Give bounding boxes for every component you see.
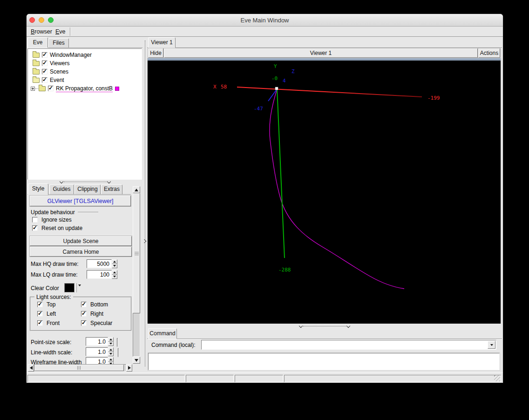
command-output[interactable]	[148, 353, 500, 370]
light-bottom-row[interactable]: Bottom	[81, 301, 108, 308]
reset-on-update-checkbox[interactable]	[32, 225, 38, 231]
ignore-sizes-row[interactable]: Ignore sizes	[32, 217, 72, 223]
folder-icon	[39, 86, 46, 91]
light-front-row[interactable]: Front	[37, 320, 60, 326]
tree-item-label[interactable]: WindowManager	[50, 52, 92, 58]
color-chip[interactable]	[115, 87, 119, 91]
spin-up-icon[interactable]	[108, 337, 114, 342]
light-bottom-checkbox[interactable]	[81, 302, 87, 307]
max-hq-label: Max HQ draw time:	[31, 261, 79, 267]
glviewer-button[interactable]: GLViewer [TGLSAViewer]	[30, 196, 131, 206]
light-front-checkbox[interactable]	[37, 320, 43, 326]
line-width-input[interactable]: 1.0	[86, 347, 108, 356]
light-right-checkbox[interactable]	[81, 311, 87, 317]
tree-item[interactable]: WindowManager	[33, 51, 92, 59]
tab-guides[interactable]: Guides	[49, 184, 74, 195]
max-lq-stepper[interactable]	[112, 270, 117, 279]
spin-down-icon[interactable]	[108, 352, 114, 357]
menu-eve[interactable]: Eve	[54, 28, 67, 35]
tree-checkbox[interactable]	[42, 61, 47, 66]
command-local-label: Command (local):	[151, 342, 196, 348]
clear-color-swatch[interactable]	[64, 283, 75, 292]
light-top-checkbox[interactable]	[37, 302, 43, 307]
light-left-checkbox[interactable]	[37, 311, 43, 317]
light-right-row[interactable]: Right	[81, 311, 103, 317]
tab-eve[interactable]: Eve	[27, 37, 48, 48]
spin-down-icon[interactable]	[108, 342, 114, 346]
point-size-checkbox[interactable]	[117, 338, 118, 347]
x-near-tick: 58	[221, 84, 227, 90]
tab-extras[interactable]: Extras	[101, 184, 122, 195]
scene-tree: WindowManager Viewers Scenes Event RK Pr…	[27, 48, 142, 180]
spin-down-icon[interactable]	[112, 275, 117, 279]
chevron-down-icon	[299, 324, 303, 328]
status-bar	[27, 373, 503, 383]
tree-item[interactable]: Event	[33, 76, 64, 84]
tree-checkbox[interactable]	[42, 69, 47, 75]
style-hscrollbar[interactable]	[27, 364, 133, 372]
panel-splitter[interactable]	[142, 37, 147, 373]
title-bar[interactable]: Eve Main Window	[27, 14, 503, 27]
ignore-sizes-checkbox[interactable]	[32, 217, 38, 223]
expand-plus-icon[interactable]	[31, 87, 35, 91]
command-dropdown-button[interactable]	[488, 341, 495, 349]
light-top-row[interactable]: Top	[37, 301, 55, 308]
max-lq-input[interactable]: 100	[87, 270, 112, 279]
tree-item-label[interactable]: Event	[50, 77, 64, 83]
line-width-stepper[interactable]	[108, 347, 114, 356]
folder-icon	[33, 61, 40, 66]
tree-item-label[interactable]: Scenes	[50, 68, 68, 75]
max-hq-input[interactable]: 5000	[87, 259, 112, 268]
reset-on-update-row[interactable]: Reset on update	[32, 225, 82, 231]
scroll-right-button[interactable]	[126, 364, 132, 372]
hscrollbar-thumb[interactable]	[34, 365, 124, 371]
spin-up-icon[interactable]	[108, 357, 114, 362]
max-hq-stepper[interactable]	[112, 259, 117, 268]
light-specular-row[interactable]: Specular	[81, 320, 112, 326]
update-scene-button[interactable]: Update Scene	[30, 236, 132, 246]
tree-item-label[interactable]: RK Propagator, constB	[56, 85, 113, 92]
tab-viewer-1[interactable]: Viewer 1	[148, 37, 176, 48]
update-behaviour-section: Update behaviour	[31, 209, 129, 216]
tree-item[interactable]: RK Propagator, constB	[31, 84, 119, 93]
spin-up-icon[interactable]	[112, 259, 117, 264]
viewer-title-bar[interactable]: Viewer 1	[164, 48, 478, 58]
chevron-down-icon	[346, 324, 350, 328]
actions-button[interactable]: Actions	[478, 48, 500, 58]
tree-item-label[interactable]: Viewers	[50, 60, 69, 67]
point-size-stepper[interactable]	[108, 337, 114, 346]
tree-checkbox[interactable]	[42, 77, 47, 83]
light-left-row[interactable]: Left	[37, 311, 56, 317]
spin-down-icon[interactable]	[112, 264, 117, 269]
splitter-dots	[145, 41, 145, 366]
z-axis-label: Z	[292, 68, 295, 75]
gl-viewport[interactable]: X 58 -199 Y -0 -288 Z 4 -47	[147, 58, 501, 324]
camera-home-button[interactable]: Camera Home	[30, 247, 132, 257]
tab-command[interactable]: Command	[148, 328, 177, 339]
tab-clipping[interactable]: Clipping	[75, 184, 101, 195]
spin-up-icon[interactable]	[108, 347, 114, 352]
vscrollbar-thumb[interactable]	[133, 193, 140, 313]
viewer-command-splitter[interactable]	[147, 324, 502, 328]
point-size-input[interactable]: 1.0	[86, 337, 108, 346]
tab-style[interactable]: Style	[28, 183, 48, 195]
resize-grip-icon[interactable]	[494, 375, 500, 381]
tree-item[interactable]: Scenes	[33, 68, 68, 76]
tab-files[interactable]: Files	[48, 38, 69, 48]
spin-up-icon[interactable]	[112, 270, 117, 275]
line-width-checkbox[interactable]	[118, 348, 119, 357]
tree-item[interactable]: Viewers	[33, 59, 69, 68]
hide-button[interactable]: Hide	[148, 48, 163, 58]
light-specular-checkbox[interactable]	[81, 320, 87, 326]
tree-checkbox[interactable]	[48, 86, 54, 91]
scroll-left-button[interactable]	[28, 364, 34, 372]
helix-track	[270, 89, 404, 289]
menu-browser[interactable]: Browser	[29, 28, 54, 35]
tree-checkbox[interactable]	[42, 52, 47, 58]
clear-color-dropdown[interactable]	[78, 286, 81, 295]
command-combobox[interactable]	[201, 340, 496, 350]
scroll-up-button[interactable]	[133, 186, 140, 193]
scroll-down-button[interactable]	[133, 357, 140, 364]
tree-connector	[35, 88, 38, 89]
arrow-left-icon	[30, 366, 33, 370]
